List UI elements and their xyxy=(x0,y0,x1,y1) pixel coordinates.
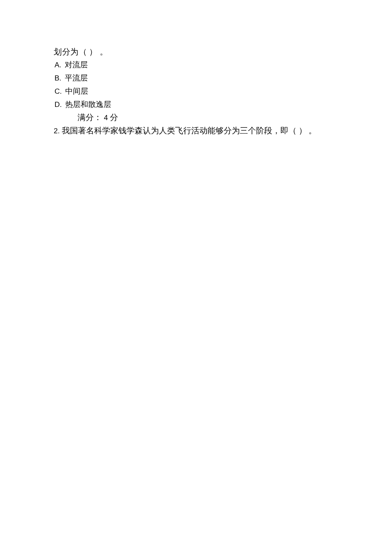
q2-stem: 2. 我国著名科学家钱学森认为人类飞行活动能够分为三个阶段，即（ ） 。 xyxy=(54,124,392,138)
option-text: 中间层 xyxy=(65,87,88,95)
q1-stem: 划分为（ ） 。 xyxy=(54,46,392,58)
option-letter: B. xyxy=(55,74,61,82)
score-unit: 分 xyxy=(110,113,118,122)
option-text: 平流层 xyxy=(65,74,88,82)
q2-number: 2. xyxy=(54,127,60,135)
option-text: 对流层 xyxy=(65,60,88,69)
q2-text: 我国著名科学家钱学森认为人类飞行活动能够分为三个阶段，即（ ） 。 xyxy=(62,126,317,135)
q1-option-c: C. 中间层 xyxy=(54,85,392,98)
score-label: 满分： xyxy=(78,113,102,122)
option-text: 热层和散逸层 xyxy=(65,100,111,109)
q1-option-b: B. 平流层 xyxy=(54,72,392,85)
q1-stem-text: 划分为（ ） 。 xyxy=(54,47,108,56)
q1-score: 满分： 4 分 xyxy=(54,111,392,124)
score-value: 4 xyxy=(104,114,108,122)
q1-option-a: A. 对流层 xyxy=(54,58,392,72)
option-letter: D. xyxy=(55,101,62,109)
option-letter: C. xyxy=(55,87,62,95)
option-letter: A. xyxy=(55,61,61,69)
q1-option-d: D. 热层和散逸层 xyxy=(54,98,392,111)
